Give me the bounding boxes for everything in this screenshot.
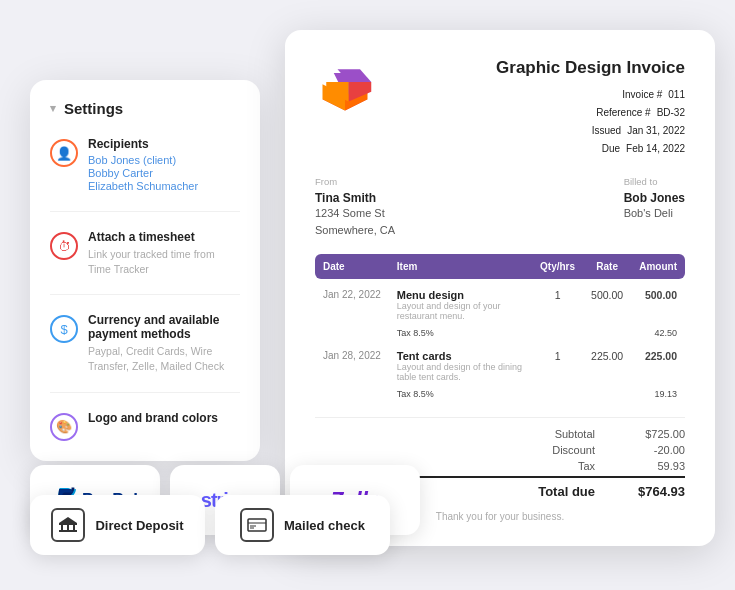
from-address: From Tina Smith 1234 Some St Somewhere, … [315,176,395,238]
svg-rect-11 [73,525,75,530]
billed-label: Billed to [624,176,685,187]
due-label: Due [602,140,620,158]
recipient-link-3[interactable]: Elizabeth Schumacher [88,180,198,192]
recipients-title: Recipients [88,137,198,151]
tax1-empty3 [583,327,631,344]
settings-header: ▾ Settings [50,100,240,117]
svg-rect-10 [67,525,69,530]
recipient-link-2[interactable]: Bobby Carter [88,167,198,179]
tax1-label: Tax 8.5% [389,327,532,344]
discount-value: -20.00 [625,444,685,456]
invoice-number: 011 [668,86,685,104]
invoice-addresses: From Tina Smith 1234 Some St Somewhere, … [315,176,685,238]
recipient-link-1[interactable]: Bob Jones (client) [88,154,198,166]
currency-content: Currency and available payment methods P… [88,313,240,373]
tax2-empty1 [315,388,389,405]
invoice-title-block: Graphic Design Invoice Invoice # 011 Ref… [496,58,685,158]
total-value: $764.93 [625,484,685,499]
item2-name: Tent cards [397,350,524,362]
svg-rect-8 [59,523,77,525]
item2-qty: 1 [532,344,583,388]
settings-section-timesheet: ⏱ Attach a timesheet Link your tracked t… [50,230,240,295]
subtotal-row: Subtotal $725.00 [315,428,685,440]
recipients-content: Recipients Bob Jones (client) Bobby Cart… [88,137,198,193]
tax-total-value: 59.93 [625,460,685,472]
settings-section-currency: $ Currency and available payment methods… [50,313,240,392]
chevron-icon: ▾ [50,102,56,115]
settings-title: Settings [64,100,123,117]
from-addr1: 1234 Some St [315,205,395,222]
currency-desc: Paypal, Credit Cards, Wire Transfer, Zel… [88,344,240,373]
item2-amount: 225.00 [631,344,685,388]
settings-panel: ▾ Settings 👤 Recipients Bob Jones (clien… [30,80,260,461]
logo-title: Logo and brand colors [88,411,218,425]
item2-rate: 225.00 [583,344,631,388]
tax2-amount: 19.13 [631,388,685,405]
item1-desc: Menu design Layout and design of your re… [389,279,532,327]
reference: BD-32 [657,104,685,122]
invoice-logo [315,58,375,118]
check-icon [247,516,267,534]
from-addr2: Somewhere, CA [315,222,395,239]
subtotal-value: $725.00 [625,428,685,440]
table-row: Jan 22, 2022 Menu design Layout and desi… [315,279,685,327]
recipients-icon: 👤 [50,139,78,167]
item1-rate: 500.00 [583,279,631,327]
logo-icon: 🎨 [50,413,78,441]
billed-company: Bob's Deli [624,205,685,222]
item2-desc: Tent cards Layout and design of the dini… [389,344,532,388]
discount-row: Discount -20.00 [315,444,685,456]
mailed-check-icon [240,508,274,542]
tax1-empty1 [315,327,389,344]
reference-label: Reference # [596,104,650,122]
svg-rect-12 [59,530,77,532]
direct-deposit-icon [51,508,85,542]
currency-title: Currency and available payment methods [88,313,240,341]
recipients-links: Bob Jones (client) Bobby Carter Elizabet… [88,154,198,192]
billed-address: Billed to Bob Jones Bob's Deli [624,176,685,238]
billed-name: Bob Jones [624,191,685,205]
tax2-empty3 [583,388,631,405]
invoice-meta: Invoice # 011 Reference # BD-32 Issued J… [496,86,685,158]
item1-name: Menu design [397,289,524,301]
col-amount: Amount [631,254,685,279]
col-empty [488,254,532,279]
table-row: Jan 28, 2022 Tent cards Layout and desig… [315,344,685,388]
payment-cards-bottom: Direct Deposit Mailed check [30,495,390,555]
item1-qty: 1 [532,279,583,327]
svg-rect-9 [61,525,63,530]
direct-deposit-card[interactable]: Direct Deposit [30,495,205,555]
direct-deposit-label: Direct Deposit [95,518,183,533]
currency-icon: $ [50,315,78,343]
subtotal-label: Subtotal [555,428,595,440]
item2-longdesc: Layout and design of the dining table te… [397,362,524,382]
mailed-check-card[interactable]: Mailed check [215,495,390,555]
from-label: From [315,176,395,187]
item2-date: Jan 28, 2022 [315,344,389,388]
issued-date: Jan 31, 2022 [627,122,685,140]
svg-rect-14 [248,519,266,531]
bank-icon [58,516,78,534]
tax1-amount: 42.50 [631,327,685,344]
table-row-tax2: Tax 8.5% 19.13 [315,388,685,405]
timesheet-icon: ⏱ [50,232,78,260]
col-qty: Qty/hrs [532,254,583,279]
from-name: Tina Smith [315,191,395,205]
logo-content: Logo and brand colors [88,411,218,428]
due-date: Feb 14, 2022 [626,140,685,158]
timesheet-desc: Link your tracked time from Time Tracker [88,247,240,276]
mailed-check-label: Mailed check [284,518,365,533]
timesheet-title: Attach a timesheet [88,230,240,244]
item1-longdesc: Layout and design of your restaurant men… [397,301,524,321]
tax1-empty2 [532,327,583,344]
tax2-label: Tax 8.5% [389,388,532,405]
invoice-top: Graphic Design Invoice Invoice # 011 Ref… [315,58,685,158]
invoice-number-label: Invoice # [622,86,662,104]
total-label: Total due [538,484,595,499]
timesheet-content: Attach a timesheet Link your tracked tim… [88,230,240,276]
svg-marker-13 [59,517,77,523]
issued-label: Issued [592,122,621,140]
item1-amount: 500.00 [631,279,685,327]
col-item: Item [389,254,489,279]
invoice-table: Date Item Qty/hrs Rate Amount Jan 22, 20… [315,254,685,405]
